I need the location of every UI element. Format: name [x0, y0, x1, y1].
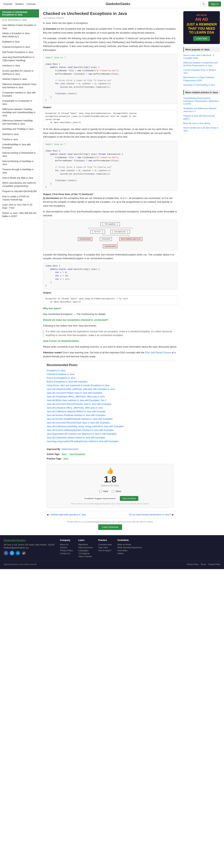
recommended-link-18[interactable]: Java util.Collections.rotate() method in… — [47, 436, 174, 439]
footer-link-privacy[interactable]: Privacy Policy — [60, 549, 73, 552]
sidebar-item-13[interactable]: Differences between TreeMap, HashMap and… — [0, 107, 39, 118]
recommended-link-3[interactable]: Built-in Exceptions in Java with example… — [47, 380, 174, 383]
sidebar-item-22[interactable]: How to Iterate any Map in Java — [0, 176, 39, 181]
more-link-4[interactable]: How to iterate over a 2D (list of lists)… — [183, 126, 220, 133]
next-article[interactable]: Do we need forward declarations in Java?… — [129, 513, 174, 516]
footer-logo[interactable]: GeeksforGeeks — [4, 539, 54, 542]
sidebar-item-21[interactable]: Traverse through a HashMap in Java — [0, 167, 39, 176]
sidebar-item-2[interactable]: Infinity or Exception in Java - when div… — [0, 31, 39, 39]
footer-bottom-privacy[interactable]: Privacy Policy — [187, 563, 198, 565]
next-article-link[interactable]: Do we need forward declarations in Java? — [129, 513, 171, 516]
sidebar-item-8[interactable]: Access specifiers for classes or interfa… — [0, 68, 39, 77]
prev-article[interactable]: ◀ « Bitwise right shift operators in Jav… — [47, 513, 86, 516]
sidebar-item-25[interactable]: How to create a COVID-19 Tracker Android… — [0, 194, 39, 203]
sidebar-item-10[interactable]: Difference between Abstract Class and In… — [0, 82, 39, 90]
sidebar-item-7[interactable]: Interfaces in Java — [0, 63, 39, 68]
footer-link-about[interactable]: About Us — [60, 543, 73, 546]
popular-link-0[interactable]: How to Learn Java Collections - A Comple… — [183, 53, 220, 61]
ad-learn-btn[interactable]: Learn Now — [193, 36, 210, 41]
sidebar-item-18[interactable]: LinkedHashMap in Java with Examples — [0, 142, 39, 151]
improve-article-button[interactable]: Improve Article — [120, 496, 138, 501]
search-button[interactable]: 🔍 — [200, 2, 207, 6]
recommended-link-11[interactable]: Java util.Collections disjoint() Method … — [47, 410, 174, 413]
popular-link-2[interactable]: Convert Character Array To String in Jav… — [183, 68, 220, 75]
dsa-course-link[interactable]: DSA Self Paced Course — [145, 351, 171, 354]
sidebar-item-27[interactable]: Python vs Java - Who Will Win the Battle… — [0, 211, 39, 219]
facebook-icon[interactable]: f — [4, 551, 8, 555]
sidebar-item-4[interactable]: Chained Exceptions in Java — [0, 44, 39, 50]
sidebar-item-12[interactable]: Comparable vs Comparator in Java — [0, 98, 39, 107]
recommended-link-19[interactable]: Java lang.Long.numberOfLeadingZeros() me… — [47, 439, 174, 443]
footer-bottom-cookies[interactable]: Cookies Policy — [208, 563, 220, 565]
footer-link-cs-subjects[interactable]: CS Subjects — [78, 552, 92, 555]
recommended-link-7[interactable]: Java util.ArrayDeque offer(), offerFirst… — [47, 395, 174, 399]
sidebar-item-1[interactable]: User-defined Custom Exception in Java — [0, 23, 39, 31]
footer-link-video-tutorials[interactable]: Video Tutorials — [78, 555, 92, 558]
recommended-link-9[interactable]: Java util.concurrent.RecursiveAction cla… — [47, 402, 174, 406]
popular-link-3[interactable]: Best Practices of Object Oriented Progra… — [183, 75, 220, 83]
nav-courses[interactable]: Courses — [27, 3, 35, 5]
recommended-link-1[interactable]: Chained Exceptions in Java — [47, 372, 174, 376]
footer-link-write-article[interactable]: Write an Article — [117, 543, 142, 546]
improved-by-link[interactable]: raktimmozumdar — [62, 448, 78, 451]
signin-button[interactable]: Sign In — [208, 1, 221, 6]
more-link-3[interactable]: Bean life cycle in Java Spring — [183, 121, 220, 126]
recommended-link-2[interactable]: Errors Vs Exceptions in Java — [47, 376, 174, 380]
footer-link-company-wise[interactable]: Company-wise — [98, 543, 112, 546]
footer-link-write-interview[interactable]: Write Interview Experience — [117, 546, 142, 549]
footer-link-internships[interactable]: Internships — [117, 549, 142, 552]
sidebar-item-9[interactable]: Abstract Classes in Java — [0, 76, 39, 82]
sidebar-item-17[interactable]: TreeSet in Java — [0, 137, 39, 142]
recommended-link-17[interactable]: Java Deprecated API Scanner tool (@preco… — [47, 432, 174, 436]
sidebar-item-6[interactable]: Java.lang.StackOverflowError in 12[Excep… — [0, 55, 39, 63]
recommended-link-4[interactable]: Using throw, catch and instanceof to han… — [47, 383, 174, 387]
sidebar-item-14[interactable]: Differences between HashMap and HashTabl… — [0, 118, 39, 127]
more-link-1[interactable]: Similarities and Differences between Jav… — [183, 106, 220, 114]
recommended-link-6[interactable]: Java util.concurrent.Phaser class in Jav… — [47, 391, 174, 395]
sidebar-item-26[interactable]: Learn Java on Your Own in 20 Days - Free… — [0, 202, 39, 211]
sidebar-item-0[interactable]: Error and throws in Java — [0, 18, 39, 23]
recommended-link-5[interactable]: Java util.LinkedList.poll(), pollFirst()… — [47, 387, 174, 391]
footer-link-topic-wise[interactable]: Topic-wise — [98, 546, 112, 549]
recommended-link-13[interactable]: Java util.function.DoublePredicate inter… — [47, 417, 174, 421]
site-logo[interactable]: GeeksforGeeks — [106, 2, 130, 6]
recommended-link-10[interactable]: Java util.LinkedList offer(), offerFirst… — [47, 406, 174, 410]
nav-student[interactable]: Student — [15, 3, 24, 5]
footer-link-algorithms[interactable]: Algorithms — [78, 543, 92, 546]
practice-tag-java[interactable]: Java — [62, 457, 69, 460]
twitter-icon[interactable]: t — [10, 551, 14, 555]
github-icon[interactable]: gh — [22, 551, 26, 555]
sidebar-item-15[interactable]: HashMap and TreeMap in Java — [0, 127, 39, 132]
recommended-link-14[interactable]: Java util.concurrent.RecursiveTask class… — [47, 421, 174, 425]
popular-link-1[interactable]: Difference between CompileTime and RunTi… — [183, 61, 220, 68]
done-checkbox[interactable] — [112, 490, 114, 493]
recommended-link-0[interactable]: Exceptions in Java — [47, 369, 174, 372]
sidebar-item-16[interactable]: HashSet in Java — [0, 132, 39, 137]
feedback-suggest-button[interactable]: Feedback/ Suggest Improvements — [82, 496, 118, 501]
sidebar-item-5[interactable]: Null Pointer Exceptions in Java — [0, 50, 39, 55]
footer-link-how-to-begin[interactable]: How to begin? — [98, 549, 112, 552]
footer-link-videos[interactable]: Videos — [117, 552, 142, 555]
recommended-link-16[interactable]: Java util.function.IntBinaryOperator int… — [47, 428, 174, 432]
load-comments-button[interactable]: Load Comments — [98, 524, 122, 530]
nav-tutorials[interactable]: Tutorials — [3, 3, 12, 5]
prev-article-link[interactable]: « Bitwise right shift operators in Java — [50, 513, 86, 516]
footer-link-languages[interactable]: Languages — [78, 549, 92, 552]
footer-link-data-structures[interactable]: Data Structures — [78, 546, 92, 549]
more-link-0[interactable]: Understanding Polymorphism, Inheritance,… — [183, 96, 220, 106]
sidebar-item-24[interactable]: Program to calculate Electricity Bill — [0, 189, 39, 194]
sidebar-item-19[interactable]: Internal working of SetHashSet in Java — [0, 151, 39, 159]
recommended-link-15[interactable]: Java util.Collections.sort(string, strin… — [47, 425, 174, 428]
popular-link-4[interactable]: Upcasting Vs Downcasting in Java — [183, 83, 220, 87]
footer-link-contact[interactable]: Contact Us — [60, 552, 73, 555]
recommended-link-8[interactable]: Java util.BitSet class methods in Java w… — [47, 399, 174, 402]
sidebar-item-11[interactable]: Comparator Interface in Java with Exampl… — [0, 90, 39, 99]
footer-bottom-terms[interactable]: Terms — [201, 563, 206, 565]
sidebar-item-3[interactable]: Multitatch in Java — [0, 39, 39, 44]
tag-java-exceptions[interactable]: Java-Exceptions — [69, 453, 86, 456]
hard-checkbox[interactable] — [99, 490, 102, 493]
tag-java[interactable]: Java — [61, 453, 67, 456]
more-link-2[interactable]: Program to print half Diamond star patte… — [183, 114, 220, 121]
linkedin-icon[interactable]: in — [16, 551, 20, 555]
sidebar-item-23[interactable]: Which Java libraries are useful for comp… — [0, 181, 39, 189]
